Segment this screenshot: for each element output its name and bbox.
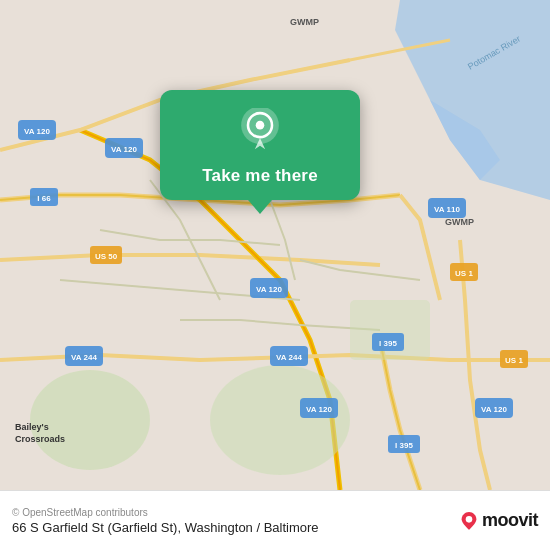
- svg-point-3: [210, 365, 350, 475]
- svg-text:GWMP: GWMP: [445, 217, 474, 227]
- svg-text:Bailey's: Bailey's: [15, 422, 49, 432]
- svg-text:VA 120: VA 120: [481, 405, 507, 414]
- svg-text:I 395: I 395: [395, 441, 413, 450]
- svg-text:I 395: I 395: [379, 339, 397, 348]
- svg-text:US 1: US 1: [455, 269, 473, 278]
- svg-text:Crossroads: Crossroads: [15, 434, 65, 444]
- copyright-text: © OpenStreetMap contributors: [12, 507, 460, 518]
- moovit-text: moovit: [482, 510, 538, 531]
- moovit-pin-icon: [460, 512, 478, 530]
- moovit-logo: moovit: [460, 510, 538, 531]
- location-pin-icon: [236, 108, 284, 156]
- svg-text:I 66: I 66: [37, 194, 51, 203]
- bottom-bar: © OpenStreetMap contributors 66 S Garfie…: [0, 490, 550, 550]
- svg-point-40: [256, 121, 265, 130]
- svg-text:GWMP: GWMP: [290, 17, 319, 27]
- take-me-there-label: Take me there: [202, 166, 318, 186]
- svg-point-2: [30, 370, 150, 470]
- svg-text:US 50: US 50: [95, 252, 118, 261]
- svg-text:VA 120: VA 120: [111, 145, 137, 154]
- address-section: © OpenStreetMap contributors 66 S Garfie…: [12, 507, 460, 535]
- svg-point-41: [466, 516, 473, 523]
- svg-text:VA 110: VA 110: [434, 205, 460, 214]
- take-me-there-popup[interactable]: Take me there: [160, 90, 360, 200]
- svg-text:VA 120: VA 120: [306, 405, 332, 414]
- svg-text:VA 120: VA 120: [24, 127, 50, 136]
- svg-text:US 1: US 1: [505, 356, 523, 365]
- svg-text:VA 120: VA 120: [256, 285, 282, 294]
- svg-text:VA 244: VA 244: [71, 353, 97, 362]
- address-text: 66 S Garfield St (Garfield St), Washingt…: [12, 520, 460, 535]
- map-container: Potomac River: [0, 0, 550, 490]
- svg-text:VA 244: VA 244: [276, 353, 302, 362]
